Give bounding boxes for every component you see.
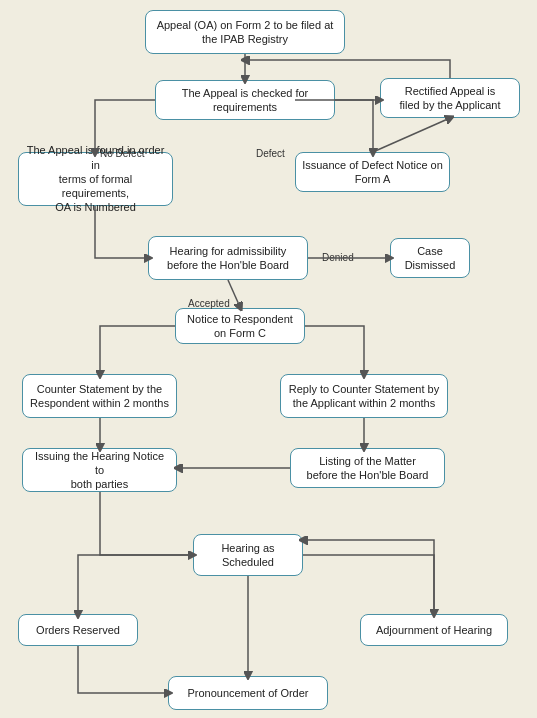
box-appeal-form: Appeal (OA) on Form 2 to be filed at the…: [145, 10, 345, 54]
box-issuing-hearing: Issuing the Hearing Notice toboth partie…: [22, 448, 177, 492]
label-defect: Defect: [256, 148, 285, 159]
box-rectified-appeal: Rectified Appeal isfiled by the Applican…: [380, 78, 520, 118]
box-appeal-found: The Appeal is found in order interms of …: [18, 152, 173, 206]
box-appeal-checked: The Appeal is checked forrequirements: [155, 80, 335, 120]
label-denied: Denied: [322, 252, 354, 263]
box-reply-counter: Reply to Counter Statement bythe Applica…: [280, 374, 448, 418]
box-defect-notice: Issuance of Defect Notice onForm A: [295, 152, 450, 192]
box-hearing-admissibility: Hearing for admissibilitybefore the Hon'…: [148, 236, 308, 280]
box-notice-respondent: Notice to Respondenton Form C: [175, 308, 305, 344]
box-adjournment: Adjournment of Hearing: [360, 614, 508, 646]
box-pronouncement: Pronouncement of Order: [168, 676, 328, 710]
box-orders-reserved: Orders Reserved: [18, 614, 138, 646]
box-case-dismissed: CaseDismissed: [390, 238, 470, 278]
svg-line-3: [373, 118, 450, 152]
svg-line-5: [228, 280, 240, 307]
box-listing-matter: Listing of the Matterbefore the Hon'ble …: [290, 448, 445, 488]
flowchart: Appeal (OA) on Form 2 to be filed at the…: [0, 0, 537, 718]
box-hearing-scheduled: Hearing asScheduled: [193, 534, 303, 576]
label-accepted: Accepted: [188, 298, 230, 309]
box-counter-statement: Counter Statement by theRespondent withi…: [22, 374, 177, 418]
label-no-defect: No Defect: [100, 148, 144, 159]
